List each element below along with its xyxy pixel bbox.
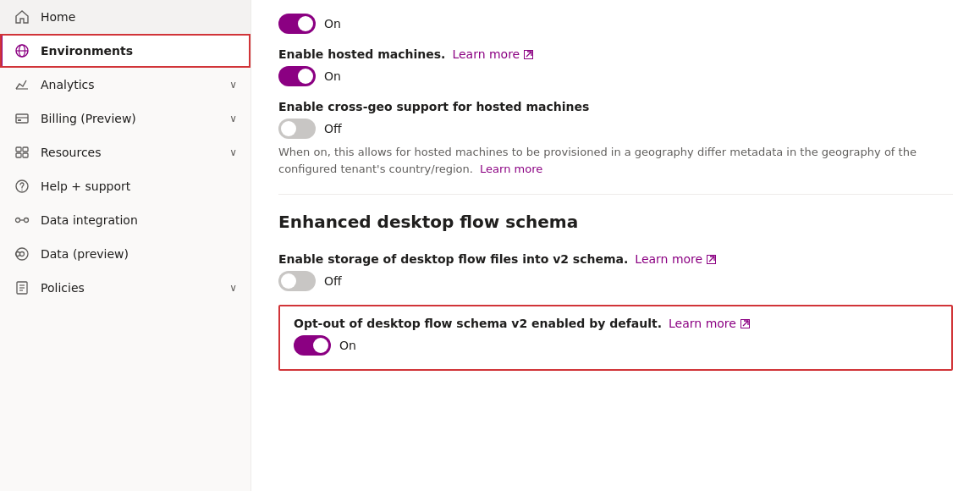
sidebar-item-data-preview-label: Data (preview) bbox=[41, 247, 237, 261]
sidebar-item-environments[interactable]: Environments bbox=[0, 34, 251, 68]
sidebar-item-policies[interactable]: Policies ∨ bbox=[0, 271, 251, 305]
svg-rect-8 bbox=[23, 147, 28, 152]
sidebar-item-policies-label: Policies bbox=[41, 281, 219, 295]
hosted-machines-toggle[interactable] bbox=[278, 66, 316, 86]
svg-rect-7 bbox=[16, 147, 21, 152]
top-toggle[interactable] bbox=[278, 14, 316, 34]
enhanced-schema-section: Enhanced desktop flow schema Enable stor… bbox=[278, 212, 953, 371]
sidebar-item-home[interactable]: Home bbox=[0, 0, 251, 34]
sidebar-item-home-label: Home bbox=[41, 10, 237, 24]
policies-chevron-icon: ∨ bbox=[229, 282, 237, 294]
globe-icon bbox=[14, 42, 30, 59]
cross-geo-label: Enable cross-geo support for hosted mach… bbox=[278, 100, 953, 113]
sidebar-item-data-preview[interactable]: Data (preview) bbox=[0, 237, 251, 271]
optout-toggle-label: On bbox=[339, 339, 356, 352]
svg-rect-6 bbox=[18, 119, 21, 121]
optout-learn-more[interactable]: Learn more bbox=[669, 317, 750, 330]
sidebar-item-help-support-label: Help + support bbox=[41, 179, 237, 193]
cross-geo-toggle-label: Off bbox=[324, 122, 342, 135]
storage-toggle[interactable] bbox=[278, 271, 316, 291]
storage-ext-link-icon bbox=[707, 255, 716, 264]
hosted-machines-label: Enable hosted machines. Learn more bbox=[278, 47, 953, 61]
top-toggle-row: On bbox=[278, 14, 953, 34]
resources-icon bbox=[14, 144, 30, 161]
storage-label-text: Enable storage of desktop flow files int… bbox=[278, 252, 628, 266]
svg-rect-4 bbox=[16, 114, 28, 123]
cross-geo-learn-more[interactable]: Learn more bbox=[480, 163, 542, 175]
enhanced-schema-title: Enhanced desktop flow schema bbox=[278, 212, 953, 239]
storage-toggle-label: Off bbox=[324, 274, 342, 288]
analytics-icon bbox=[14, 76, 30, 93]
svg-line-25 bbox=[743, 321, 748, 326]
billing-chevron-icon: ∨ bbox=[229, 113, 237, 124]
data-preview-icon bbox=[14, 246, 30, 262]
svg-line-23 bbox=[526, 52, 531, 57]
sidebar-item-resources-label: Resources bbox=[41, 146, 219, 159]
sidebar-item-billing[interactable]: Billing (Preview) ∨ bbox=[0, 102, 251, 135]
cross-geo-setting: Enable cross-geo support for hosted mach… bbox=[278, 100, 953, 177]
analytics-chevron-icon: ∨ bbox=[229, 79, 237, 91]
sidebar-item-data-integration-label: Data integration bbox=[41, 213, 237, 227]
help-icon bbox=[14, 178, 30, 195]
optout-ext-link-icon bbox=[741, 319, 750, 328]
optout-label-text: Opt-out of desktop flow schema v2 enable… bbox=[294, 317, 662, 330]
policies-icon bbox=[14, 279, 30, 296]
cross-geo-description: When on, this allows for hosted machines… bbox=[278, 144, 922, 177]
sidebar-item-resources[interactable]: Resources ∨ bbox=[0, 135, 251, 169]
svg-rect-9 bbox=[16, 153, 21, 157]
storage-setting: Enable storage of desktop flow files int… bbox=[278, 252, 953, 291]
sidebar-item-data-integration[interactable]: Data integration bbox=[0, 203, 251, 237]
svg-point-13 bbox=[16, 218, 20, 223]
data-integration-icon bbox=[14, 212, 30, 229]
hosted-machines-setting: Enable hosted machines. Learn more On bbox=[278, 47, 953, 86]
hosted-machines-toggle-label: On bbox=[324, 69, 341, 83]
section-divider bbox=[278, 194, 953, 195]
sidebar-item-help-support[interactable]: Help + support bbox=[0, 169, 251, 203]
cross-geo-toggle[interactable] bbox=[278, 119, 316, 139]
resources-chevron-icon: ∨ bbox=[229, 146, 237, 158]
optout-label: Opt-out of desktop flow schema v2 enable… bbox=[294, 317, 938, 330]
sidebar-item-billing-label: Billing (Preview) bbox=[41, 112, 219, 125]
top-toggle-state-label: On bbox=[324, 17, 341, 30]
main-content: On Enable hosted machines. Learn more On… bbox=[251, 0, 980, 491]
home-icon bbox=[14, 8, 30, 25]
svg-point-14 bbox=[25, 218, 29, 223]
optout-toggle[interactable] bbox=[294, 335, 331, 356]
cross-geo-label-text: Enable cross-geo support for hosted mach… bbox=[278, 100, 589, 113]
billing-icon bbox=[14, 110, 30, 127]
hosted-machines-label-text: Enable hosted machines. bbox=[278, 47, 445, 61]
sidebar-item-analytics[interactable]: Analytics ∨ bbox=[0, 68, 251, 102]
storage-learn-more[interactable]: Learn more bbox=[635, 252, 716, 266]
svg-point-17 bbox=[16, 248, 28, 260]
svg-point-12 bbox=[21, 190, 22, 190]
svg-line-24 bbox=[709, 257, 714, 262]
svg-point-16 bbox=[20, 252, 25, 257]
hosted-machines-ext-link-icon bbox=[524, 50, 533, 59]
storage-label: Enable storage of desktop flow files int… bbox=[278, 252, 953, 266]
sidebar-item-environments-label: Environments bbox=[41, 44, 237, 58]
hosted-machines-learn-more[interactable]: Learn more bbox=[452, 47, 533, 61]
sidebar: Home Environments Analytics ∨ bbox=[0, 0, 251, 491]
sidebar-item-analytics-label: Analytics bbox=[41, 78, 219, 91]
optout-highlighted-box: Opt-out of desktop flow schema v2 enable… bbox=[278, 305, 953, 371]
svg-rect-10 bbox=[23, 153, 28, 157]
